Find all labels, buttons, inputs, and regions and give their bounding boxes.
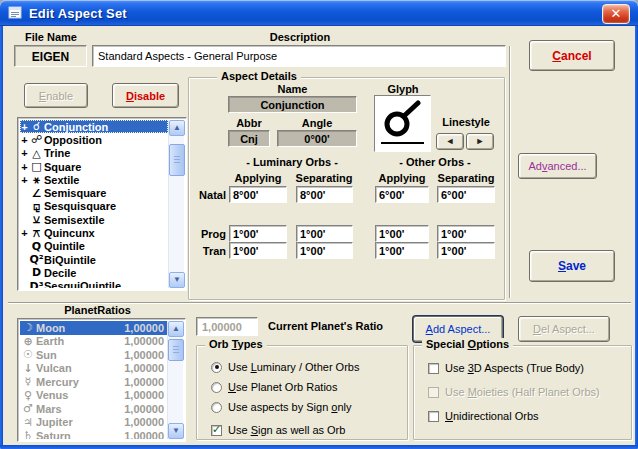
planet-list-item[interactable]: ♂ Mars 1,00000: [20, 402, 167, 416]
titlebar[interactable]: Edit Aspect Set ✕: [0, 0, 638, 26]
aspect-list-item[interactable]: + ☍ Opposition: [20, 133, 168, 146]
planet-ratio-value: 1,00000: [124, 322, 164, 334]
aspect-list-item[interactable]: + ⚻ Quincunx: [20, 226, 168, 239]
radio-icon[interactable]: [211, 382, 222, 393]
planet-name: Saturn: [36, 430, 124, 439]
checkbox-icon[interactable]: [428, 387, 439, 398]
oth-separating-field[interactable]: 1°00': [437, 225, 495, 242]
scroll-up-icon[interactable]: ▲: [168, 321, 184, 337]
orb-row-label: Tran: [188, 245, 226, 257]
planet-list-item[interactable]: ♀ Venus 1,00000: [20, 389, 167, 403]
aspect-enabled-flag: +: [20, 161, 29, 173]
aspect-label: Opposition: [44, 134, 102, 146]
use-sign-checkbox-row[interactable]: Use Sign as well as Orb: [211, 424, 345, 436]
checkbox-label: Use Sign as well as Orb: [228, 424, 345, 436]
linestyle-next-button[interactable]: ►: [466, 133, 494, 150]
planet-list-item[interactable]: ☉ Sun 1,00000: [20, 348, 167, 362]
special-option-checkbox[interactable]: Unidirectional Orbs: [428, 410, 600, 422]
aspect-list-item[interactable]: + △ Trine: [20, 147, 168, 160]
planet-glyph-icon: ♀: [20, 389, 36, 402]
linestyle-prev-button[interactable]: ◄: [436, 133, 464, 150]
aspect-list-rows: + ☌ Conjunction + ☍ Opposition + △ Trine…: [20, 120, 168, 288]
scroll-up-icon[interactable]: ▲: [169, 120, 185, 136]
lum-separating-field[interactable]: 8°00': [296, 186, 353, 203]
aspect-label: BiQuintile: [44, 254, 96, 266]
scroll-down-icon[interactable]: ▼: [169, 272, 185, 288]
planet-ratio-value: 1,00000: [124, 376, 164, 388]
disable-button[interactable]: Disable: [112, 83, 179, 108]
aspect-list-item[interactable]: D³ SesquiQuintile: [20, 280, 168, 288]
angle-field: 0°00': [277, 130, 357, 147]
planet-glyph-icon: ↓: [20, 362, 36, 375]
scroll-thumb[interactable]: [168, 339, 184, 361]
aspect-list-item[interactable]: Q Quintile: [20, 240, 168, 253]
lum-applying-field[interactable]: 8°00': [229, 186, 287, 203]
lum-separating-field[interactable]: 1°00': [296, 225, 353, 242]
special-option-checkbox[interactable]: Use Moieties (Half Planet Orbs): [428, 386, 600, 398]
oth-separating-field[interactable]: 1°00': [437, 242, 495, 259]
planet-list-item[interactable]: ♄ Saturn 1,00000: [20, 429, 167, 439]
special-option-checkbox[interactable]: Use 3D Aspects (True Body): [428, 362, 600, 374]
orb-type-radios: Use Luminary / Other Orbs Use Planet Orb…: [211, 361, 359, 421]
planet-list-item[interactable]: ♃ Jupiter 1,00000: [20, 416, 167, 430]
save-button[interactable]: Save: [529, 250, 615, 282]
planet-list-item[interactable]: ☿ Mercury 1,00000: [20, 375, 167, 389]
file-name-label: File Name: [14, 31, 88, 43]
planet-ratios-listbox[interactable]: ☽ Moon 1,00000 ⊕ Earth 1,00000 ☉ Sun 1,0…: [17, 318, 186, 442]
lum-separating-field[interactable]: 1°00': [296, 242, 353, 259]
oth-separating-field[interactable]: 6°00': [437, 186, 495, 203]
checkbox-icon[interactable]: [428, 363, 439, 374]
checkbox-icon[interactable]: [211, 425, 222, 436]
planet-glyph-icon: ♂: [20, 402, 36, 415]
aspect-glyph-icon: △: [29, 147, 44, 160]
lum-applying-field[interactable]: 1°00': [229, 242, 287, 259]
aspect-list-item[interactable]: + ⚹ Sextile: [20, 173, 168, 186]
aspect-label: Semisquare: [44, 187, 106, 199]
aspect-list-item[interactable]: ∠ Semisquare: [20, 186, 168, 199]
radio-icon[interactable]: [211, 402, 222, 413]
cancel-button[interactable]: Cancel: [529, 40, 615, 71]
aspect-glyph-icon: □: [29, 160, 44, 173]
oth-applying-field[interactable]: 1°00': [375, 225, 429, 242]
orb-type-radio[interactable]: Use aspects by Sign only: [211, 401, 359, 413]
scroll-down-icon[interactable]: ▼: [168, 423, 184, 439]
aspect-label: Square: [44, 161, 81, 173]
aspect-list-scrollbar[interactable]: ▲ ▼: [168, 120, 184, 288]
planet-list-item[interactable]: ⊕ Earth 1,00000: [20, 335, 167, 349]
del-aspect-button[interactable]: Del Aspect...: [518, 316, 610, 342]
aspect-label: Sextile: [44, 174, 79, 186]
aspect-list-item[interactable]: + □ Square: [20, 160, 168, 173]
aspect-listbox[interactable]: + ☌ Conjunction + ☍ Opposition + △ Trine…: [17, 117, 187, 291]
planet-list-scrollbar[interactable]: ▲ ▼: [167, 321, 183, 439]
lum-applying-field[interactable]: 1°00': [229, 225, 287, 242]
aspect-list-item[interactable]: Q² BiQuintile: [20, 253, 168, 266]
aspect-glyph-icon: ⚻: [29, 227, 44, 240]
aspect-label: Conjunction: [44, 121, 108, 133]
description-input[interactable]: Standard Aspects - General Purpose: [92, 45, 506, 67]
planet-name: Jupiter: [36, 416, 124, 428]
luminary-orbs-header: - Luminary Orbs -: [222, 156, 362, 168]
radio-icon[interactable]: [211, 362, 222, 373]
app-icon: [7, 5, 24, 21]
planet-list-item[interactable]: ↓ Vulcan 1,00000: [20, 362, 167, 376]
enable-button[interactable]: Enable: [24, 83, 88, 108]
close-button[interactable]: ✕: [602, 4, 630, 24]
orb-type-radio[interactable]: Use Planet Orb Ratios: [211, 381, 359, 393]
current-ratio-field: 1,00000: [196, 317, 258, 336]
glyph-label: Glyph: [374, 83, 432, 95]
orb-type-radio[interactable]: Use Luminary / Other Orbs: [211, 361, 359, 373]
aspect-list-item[interactable]: D Decile: [20, 266, 168, 279]
planet-list-item[interactable]: ☽ Moon 1,00000: [20, 321, 167, 335]
checkbox-icon[interactable]: [428, 411, 439, 422]
aspect-list-item[interactable]: ⚼ Sesquisquare: [20, 200, 168, 213]
name-field: Conjunction: [228, 96, 357, 113]
window-title: Edit Aspect Set: [29, 6, 127, 21]
oth-applying-field[interactable]: 6°00': [375, 186, 429, 203]
advanced-button[interactable]: Advanced...: [518, 153, 597, 179]
aspect-list-item[interactable]: + ☌ Conjunction: [20, 120, 168, 133]
oth-applying-field[interactable]: 1°00': [375, 242, 429, 259]
glyph-preview[interactable]: [374, 95, 431, 152]
scroll-thumb[interactable]: [169, 144, 185, 176]
aspect-list-item[interactable]: ⚺ Semisextile: [20, 213, 168, 226]
aspect-glyph-icon: ☍: [29, 133, 44, 146]
